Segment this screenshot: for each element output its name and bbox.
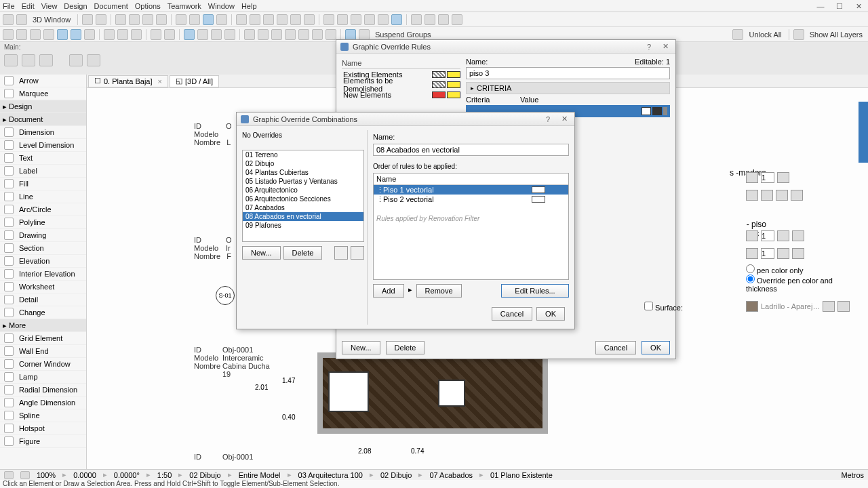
tool-icon[interactable] — [438, 14, 449, 25]
swatch-icon[interactable] — [837, 301, 850, 312]
cursor-tool-icon[interactable] — [87, 54, 100, 66]
status-combo[interactable]: 01 Plano Existente — [490, 471, 553, 479]
swatch-icon[interactable] — [792, 230, 804, 241]
rule-name-input[interactable] — [466, 67, 670, 79]
edit-rules-button[interactable]: Edit Rules... — [501, 284, 569, 298]
rule-row[interactable]: Elements to be Demolished — [342, 79, 460, 89]
view-tab[interactable]: ◱ [3D / All] — [170, 75, 219, 87]
close-icon[interactable]: × — [158, 77, 162, 85]
tool-icon[interactable] — [290, 14, 301, 25]
tool-level-dimension[interactable]: Level Dimension — [0, 139, 86, 152]
tool-dimension[interactable]: Dimension — [0, 126, 86, 139]
dialog-titlebar[interactable]: Graphic Override Rules ? ✕ — [336, 40, 675, 54]
tool-change[interactable]: Change — [0, 306, 86, 319]
tool-text[interactable]: Text — [0, 152, 86, 165]
tool-icon[interactable] — [236, 14, 247, 25]
combination-item[interactable]: 09 Plafones — [243, 221, 363, 230]
cursor-icon[interactable] — [3, 29, 14, 40]
combination-item[interactable]: 04 Plantas Cubiertas — [243, 168, 363, 177]
status-combo[interactable]: 02 Dibujo — [380, 471, 412, 479]
status-icon[interactable] — [20, 471, 30, 479]
tool-icon[interactable] — [203, 14, 214, 25]
tool-icon[interactable] — [351, 14, 361, 25]
tool-icon[interactable] — [411, 14, 422, 25]
delete-button[interactable]: Delete — [386, 341, 425, 354]
criteria-section[interactable]: CRITERIA — [466, 82, 670, 94]
close-button[interactable]: ✕ — [849, 0, 868, 12]
tool-icon[interactable] — [131, 29, 142, 40]
tool-drawing[interactable]: Drawing — [0, 229, 86, 242]
menu-document[interactable]: Document — [94, 2, 128, 10]
combination-name-input[interactable] — [373, 144, 569, 156]
ok-button[interactable]: OK — [642, 341, 670, 354]
tool-icon[interactable] — [216, 14, 227, 25]
tool-arc-circle[interactable]: Arc/Circle — [0, 203, 86, 216]
tool-icon[interactable] — [71, 29, 81, 40]
zoom-value[interactable]: 100% — [37, 471, 56, 479]
status-combo[interactable]: 07 Acabados — [429, 471, 473, 479]
combination-item[interactable]: 06 Arquitectonico Secciones — [243, 195, 363, 203]
tool-icon[interactable] — [285, 29, 296, 40]
scale-value[interactable]: 1:50 — [157, 471, 172, 479]
rule-row[interactable]: New Elements — [342, 89, 460, 100]
tool-icon[interactable] — [250, 14, 260, 25]
swatch-icon[interactable] — [746, 190, 758, 201]
tool-arrow[interactable]: Arrow — [0, 75, 86, 87]
right-palette-indicator[interactable] — [859, 102, 868, 163]
tool-icon[interactable] — [151, 29, 161, 40]
menu-view[interactable]: View — [41, 2, 58, 10]
cursor-tool-icon[interactable] — [69, 54, 83, 66]
swatch-icon[interactable] — [746, 172, 758, 183]
suspend-icon[interactable] — [359, 29, 370, 40]
undo-icon[interactable] — [82, 14, 93, 25]
menu-file[interactable]: File — [3, 2, 15, 10]
section-marker[interactable]: S-01 — [216, 286, 235, 305]
tool-section[interactable]: Section — [0, 242, 86, 255]
lock-icon[interactable] — [732, 29, 743, 40]
cancel-button[interactable]: Cancel — [492, 307, 532, 321]
tool-icon[interactable] — [211, 29, 222, 40]
tool-icon[interactable] — [164, 29, 175, 40]
status-combo[interactable]: 02 Dibujo — [189, 471, 220, 479]
tool-icon[interactable] — [129, 14, 140, 25]
tool-icon[interactable] — [57, 29, 68, 40]
tool-radial-dimension[interactable]: Radial Dimension — [0, 384, 86, 396]
geometry-icon[interactable] — [4, 54, 18, 66]
show-layers-label[interactable]: Show All Layers — [807, 30, 865, 39]
delete-button[interactable]: Delete — [283, 246, 323, 260]
tool-icon[interactable] — [391, 14, 402, 25]
swatch-icon[interactable] — [746, 248, 758, 259]
swatch-icon[interactable] — [777, 248, 789, 259]
trace-icon[interactable] — [345, 29, 356, 40]
swatch-icon[interactable] — [777, 172, 789, 183]
tool-icon[interactable] — [197, 29, 208, 40]
close-icon[interactable]: ✕ — [558, 115, 570, 123]
open-icon[interactable] — [16, 14, 27, 25]
units-label[interactable]: Metros — [841, 471, 864, 479]
new-button[interactable]: New... — [242, 246, 281, 260]
swatch-icon[interactable] — [776, 190, 788, 201]
maximize-button[interactable]: ☐ — [830, 0, 849, 12]
tool-icon[interactable] — [364, 14, 375, 25]
swatch-icon[interactable] — [791, 190, 803, 201]
combinations-list[interactable]: 01 Terreno02 Dibujo04 Plantas Cubiertas0… — [242, 150, 364, 242]
tool-icon[interactable] — [189, 14, 200, 25]
tool-icon[interactable] — [258, 29, 269, 40]
pen-field[interactable] — [761, 172, 774, 183]
close-icon[interactable]: ✕ — [659, 42, 671, 51]
new-button[interactable]: New... — [342, 341, 380, 354]
tool-icon[interactable] — [104, 29, 115, 40]
menu-window[interactable]: Window — [208, 2, 235, 10]
tool-fill[interactable]: Fill — [0, 178, 86, 190]
surface-checkbox[interactable]: Surface: — [644, 302, 683, 312]
status-combo[interactable]: 03 Arquitectura 100 — [298, 471, 363, 479]
no-overrides-label[interactable]: No Overrides — [242, 130, 364, 140]
tool-spline[interactable]: Spline — [0, 409, 86, 422]
tool-icon[interactable] — [312, 29, 323, 40]
layers-icon[interactable] — [793, 29, 804, 40]
tool-icon[interactable] — [30, 29, 41, 40]
tool-icon[interactable] — [142, 14, 153, 25]
tool-detail[interactable]: Detail — [0, 293, 86, 306]
tool-grid-element[interactable]: Grid Element — [0, 332, 86, 345]
suspend-groups-label[interactable]: Suspend Groups — [372, 30, 434, 39]
